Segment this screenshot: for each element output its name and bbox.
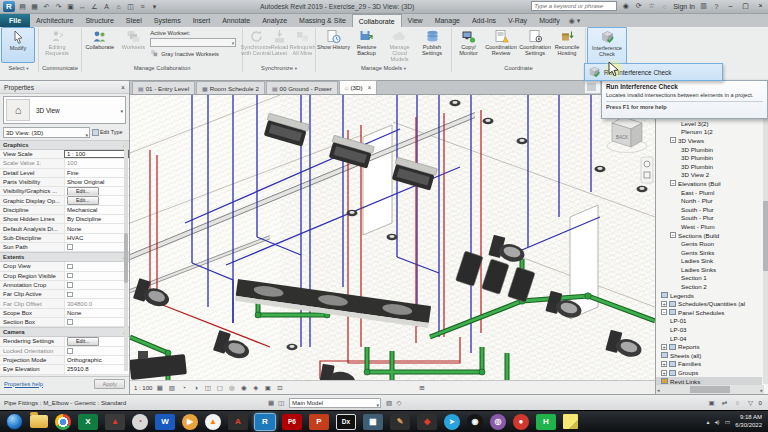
group-synchronize[interactable]: Synchronize ▾ [244,63,314,73]
property-row[interactable]: Annotation Crop [0,281,129,290]
group-select[interactable]: Select ▾ [1,63,36,73]
editable-only-icon[interactable]: ▧ [384,399,394,407]
sun-path-icon[interactable]: ◔ [179,383,188,393]
press-drag-icon[interactable]: ⇄ [720,399,730,407]
collapse-icon[interactable]: − [661,309,667,315]
tab-structure[interactable]: Structure [79,14,119,27]
calculator-icon[interactable]: ▦ [363,414,383,430]
checkbox[interactable] [67,348,73,354]
tab-collaborate[interactable]: Collaborate [352,14,402,27]
modify-button[interactable]: Modify [1,27,35,63]
browser-item[interactable]: +Schedules/Quantities (al [656,299,762,308]
checkbox[interactable] [67,319,73,325]
browser-item[interactable]: LP-03 [656,325,762,334]
crop-region-icon[interactable]: ▢ [215,383,224,393]
tab-steel[interactable]: Steel [120,14,148,27]
acrobat-icon[interactable]: ▲ [105,414,125,430]
tab-massing-site[interactable]: Massing & Site [293,14,352,27]
browser-item[interactable]: Sheets (all) [656,351,762,360]
property-row[interactable]: Visibility/Graphics ...Edit... [0,187,129,196]
browser-item[interactable]: LP-01 [656,317,762,326]
browser-item[interactable]: 3D Plumbin [656,162,762,171]
minimize-button[interactable]: – [725,1,736,11]
checkbox[interactable] [67,292,73,298]
word-icon[interactable]: W [155,414,175,430]
property-row[interactable]: Crop View [0,262,129,271]
tab-systems[interactable]: Systems [148,14,187,27]
checkbox[interactable] [67,244,73,250]
checkbox[interactable] [67,282,73,288]
worksets-button[interactable]: Worksets [117,27,151,61]
active-workset-dropdown[interactable]: ▾ [150,38,236,47]
start-button[interactable] [6,413,23,430]
collaborate-button[interactable]: Collaborate [83,27,117,61]
sign-in-link[interactable]: Sign In [673,3,695,10]
property-row[interactable]: Sun Path [0,243,129,252]
property-row[interactable]: Locked Orientation [0,347,129,356]
property-row[interactable]: View Scale1 : 100 [0,150,129,159]
link-status-icon[interactable]: ◇ [394,399,404,407]
tab-add-ins[interactable]: Add-Ins [466,14,502,27]
edit-button[interactable]: Edit... [67,196,99,204]
cart-icon[interactable]: ▥ [699,2,708,10]
open-icon[interactable]: ▤ [18,1,27,12]
design-options-icon[interactable]: ◫ [276,399,286,407]
tab-modify[interactable]: Modify [533,14,566,27]
view-tab-3d[interactable]: ⌂(3D)× [339,80,377,94]
property-row[interactable]: Far Clip Offset304800.0 [0,299,129,308]
undo-icon[interactable]: ↶ [42,1,51,12]
menu-item-partial[interactable] [584,81,601,94]
view-tab-room-schedule[interactable]: ▦Room Schedule 2 [196,81,265,94]
browser-scrollbar[interactable] [763,81,768,384]
thin-lines-icon[interactable]: ≡ [138,1,147,12]
publish-settings-button[interactable]: Publish Settings [416,27,448,61]
diamond-app-icon[interactable]: ◆ [417,414,437,430]
property-row[interactable]: Section Box [0,318,129,327]
browser-item[interactable]: −Panel Schedules [656,308,762,317]
property-row[interactable]: Eye Elevation25910.8 [0,365,129,374]
property-row[interactable]: Show Hidden LinesBy Discipline [0,215,129,224]
revit-icon[interactable]: R [255,414,275,430]
browser-item[interactable]: −Elevations (Buil [656,179,762,188]
favorites-icon[interactable]: ☆ [647,2,656,10]
close-button[interactable]: × [755,1,766,11]
browser-item[interactable]: South - Plur [656,214,762,223]
print-icon[interactable]: ▣ [66,1,75,12]
tab-manage[interactable]: Manage [429,14,466,27]
property-row[interactable]: Rendering SettingsEdit... [0,337,129,346]
copy-monitor-button[interactable]: Copy/ Monitor [453,27,484,61]
aligned-dimension-icon[interactable]: ∠ [90,1,99,12]
properties-close-icon[interactable]: × [121,84,125,91]
ribbon-display-toggle[interactable]: ◉ ▾ [566,14,584,27]
browser-item[interactable]: +Reports [656,342,762,351]
browser-item[interactable]: Legends [656,291,762,300]
crop-view-icon[interactable]: ◫ [203,383,212,393]
restore-backup-button[interactable]: Restore Backup [350,27,383,61]
browser-item[interactable]: 3D Plumbin [656,153,762,162]
edit-button[interactable]: Edit... [67,187,99,195]
property-row[interactable]: Far Clip Active [0,290,129,299]
worksharing-display-icon[interactable]: ▣ [263,383,272,393]
temporary-hide-isolate-icon[interactable]: ◎ [227,383,236,393]
visual-style-icon[interactable]: ▧ [167,383,176,393]
properties-header[interactable]: Properties × [0,81,129,94]
text-icon[interactable]: A [102,1,111,12]
edit-button[interactable]: Edit... [67,337,99,345]
browser-item[interactable]: +Families [656,360,762,369]
collapse-icon[interactable]: − [670,232,676,238]
property-row[interactable]: Graphic Display Op...Edit... [0,196,129,205]
instance-selector[interactable]: 3D View: (3D)▾ [3,127,90,138]
browser-item[interactable]: −3D Views [656,136,762,145]
browser-item[interactable]: Ladies Sink [656,257,762,266]
property-row[interactable]: Parts VisibilityShow Original [0,178,129,187]
section-extents[interactable]: Extents▴ [0,252,129,262]
tab-annotate[interactable]: Annotate [216,14,256,27]
reveal-hidden-icon[interactable]: ◉ [239,383,248,393]
excel-icon[interactable]: X [78,414,98,430]
browser-item[interactable]: 3D View 2 [656,171,762,180]
property-row[interactable]: Scope BoxNone [0,309,129,318]
group-manage-models[interactable]: Manage Models ▾ [317,63,450,73]
property-row[interactable]: Sub-DisciplineHVAC [0,234,129,243]
temporary-view-properties-icon[interactable]: ◈ [251,383,260,393]
selection-box-icon[interactable]: ⊞ [417,383,426,393]
